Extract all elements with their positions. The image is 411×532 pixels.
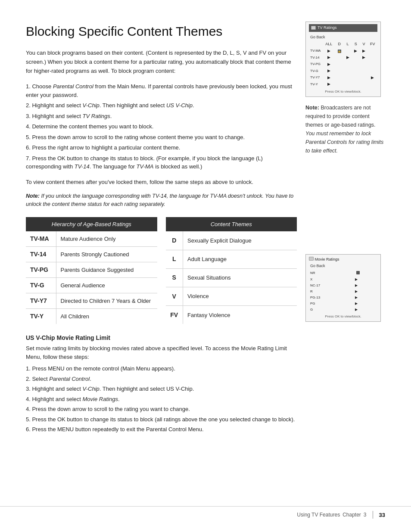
movie-pg-arrow: ▶ <box>355 301 377 307</box>
rating-desc: General Audience <box>56 278 157 293</box>
movie-g-row: G ▶ <box>309 307 377 313</box>
tv-ma-row: TV-MA ▶ 🔒 ▶ ▶ <box>309 48 377 55</box>
movie-step-2: 2. Select Parental Control. <box>26 375 297 383</box>
tv-g-fv <box>368 68 377 75</box>
tv-y-l <box>344 81 352 88</box>
movie-g-label: G <box>309 307 355 313</box>
note-box: Note: Broadcasters are not required to p… <box>305 103 385 155</box>
tv-g-all: ▶ <box>323 68 335 75</box>
tv-g-v <box>360 68 368 75</box>
table-row: TV-PG Parents Guidance Suggested <box>26 262 157 278</box>
movie-pg-label: PG <box>309 301 355 307</box>
rating-desc: Mature Audience Only <box>56 231 157 247</box>
tv-y-row: TV-Y ▶ <box>309 81 377 88</box>
go-back-button[interactable]: Go Back <box>309 34 377 41</box>
tv-14-s <box>352 54 360 61</box>
tv-g-label: TV-G <box>309 68 323 75</box>
movie-go-back[interactable]: Go Back <box>309 262 377 270</box>
note-text: Note: Broadcasters are not required to p… <box>305 103 385 155</box>
movie-x-row: X ▶ <box>309 277 377 283</box>
movie-steps-list: 1. Press MENU on the remote control (Mai… <box>26 364 297 434</box>
tv-14-l: ▶ <box>344 54 352 61</box>
rating-code: TV-PG <box>26 262 56 278</box>
col-fv: FV <box>368 41 377 48</box>
footer-divider <box>373 511 373 519</box>
footer-chapter-num: 3 <box>364 511 367 519</box>
tv-pg-fv <box>368 61 377 68</box>
note-content: Broadcasters are not required to provide… <box>305 105 383 154</box>
table-row: S Sexual Situations <box>166 268 297 287</box>
col-l: L <box>344 41 352 48</box>
tv-g-s <box>352 68 360 75</box>
tv-14-all: ▶ <box>323 54 335 61</box>
tv-y7-all: ▶ <box>323 75 335 81</box>
movie-pg13-row: PG-13 ▶ <box>309 295 377 301</box>
movie-nc17-row: NC-17 ▶ <box>309 283 377 289</box>
hierarchy-table-body: TV-MA Mature Audience Only TV-14 Parents… <box>26 231 157 324</box>
tv-pg-label: TV-PG <box>309 61 323 68</box>
movie-pg-row: PG ▶ <box>309 301 377 307</box>
movie-section-title: US V-Chip Movie Rating Limit <box>26 333 297 342</box>
page-title: Blocking Specific Content Themes <box>26 22 297 41</box>
footer: Using TV Features Chapter 3 33 <box>0 506 411 520</box>
movie-pg13-arrow: ▶ <box>355 295 377 301</box>
rating-code: TV-Y <box>26 309 56 324</box>
step-2: 2. Highlight and select V-Chip. Then hig… <box>26 101 297 110</box>
hierarchy-table: Hierarchy of Age-Based Ratings TV-MA Mat… <box>26 217 157 324</box>
tv-y7-v <box>360 75 368 81</box>
tv-ma-all: ▶ <box>323 48 335 55</box>
tv-ma-s: ▶ <box>352 48 360 55</box>
col-s: S <box>352 41 360 48</box>
col-all: ALL <box>323 41 335 48</box>
movie-r-arrow: ▶ <box>355 289 377 295</box>
table-row: V Violence <box>166 287 297 305</box>
table-row: TV-14 Parents Strongly Cautioned <box>26 247 157 262</box>
tv-14-row: TV-14 ▶ ▶ ▶ <box>309 54 377 61</box>
table-row: D Sexually Explicit Dialogue <box>166 231 297 250</box>
tv-pg-row: TV-PG ▶ <box>309 61 377 68</box>
movie-ratings-grid: NR X ▶ NC-17 ▶ <box>309 270 377 313</box>
movie-ratings-body: NR X ▶ NC-17 ▶ <box>309 270 377 313</box>
hierarchy-table-header: Hierarchy of Age-Based Ratings <box>26 217 157 232</box>
content-table-header: Content Themes <box>166 217 297 232</box>
steps-list: 1. Choose Parental Control from the Main… <box>26 82 297 171</box>
content-desc: Sexually Explicit Dialogue <box>183 231 297 250</box>
intro-paragraph: You can block programs based on their co… <box>26 49 297 75</box>
tv-14-d <box>335 54 344 61</box>
tv-g-l <box>344 68 352 75</box>
movie-step-3: 3. Highlight and select V-Chip. Then hig… <box>26 385 297 393</box>
movie-g-arrow: ▶ <box>355 307 377 313</box>
content-code: S <box>166 268 183 287</box>
tv-ma-d: 🔒 <box>335 48 344 55</box>
tv-ratings-grid-body: TV-MA ▶ 🔒 ▶ ▶ TV-14 ▶ ▶ <box>309 48 377 88</box>
tv-pg-v <box>360 61 368 68</box>
movie-step-4: 4. Highlight and select Movie Ratings. <box>26 395 297 404</box>
tv-y7-d <box>335 75 344 81</box>
movie-nr-row: NR <box>309 270 377 277</box>
note-italic: Note: If you unlock the language corresp… <box>26 192 297 208</box>
step-7: 7. Press the OK button to change its sta… <box>26 154 297 171</box>
table-row: FV Fantasy Violence <box>166 306 297 324</box>
movie-section-intro: Set movie rating limits by blocking movi… <box>26 344 297 361</box>
tv-pg-s <box>352 61 360 68</box>
tv-y7-row: TV-Y7 ▶ ▶ <box>309 75 377 81</box>
step-1: 1. Choose Parental Control from the Main… <box>26 82 297 99</box>
movie-step-6: 5. Press the OK button to change its sta… <box>26 415 297 424</box>
tv-ratings-box: TV Ratings Go Back ALL D L S V FV <box>305 22 381 97</box>
tv-y-v <box>360 81 368 88</box>
tv-y7-s <box>352 75 360 81</box>
rating-code: TV-14 <box>26 247 56 262</box>
rating-code: TV-G <box>26 278 56 293</box>
content-themes-table: Content Themes D Sexually Explicit Dialo… <box>166 217 297 324</box>
tv-pg-all: ▶ <box>323 61 335 68</box>
right-column: TV Ratings Go Back ALL D L S V FV <box>305 22 385 438</box>
tv-g-d <box>335 68 344 75</box>
table-row: L Adult Language <box>166 250 297 268</box>
tv-y-d <box>335 81 344 88</box>
tv-ma-l <box>344 48 352 55</box>
tv-ma-v: ▶ <box>360 48 368 55</box>
movie-nr-lock <box>355 270 377 277</box>
tv-g-row: TV-G ▶ <box>309 68 377 75</box>
movie-ratings-box: Movie Ratings Go Back NR X ▶ <box>305 254 381 322</box>
table-row: TV-MA Mature Audience Only <box>26 231 157 247</box>
